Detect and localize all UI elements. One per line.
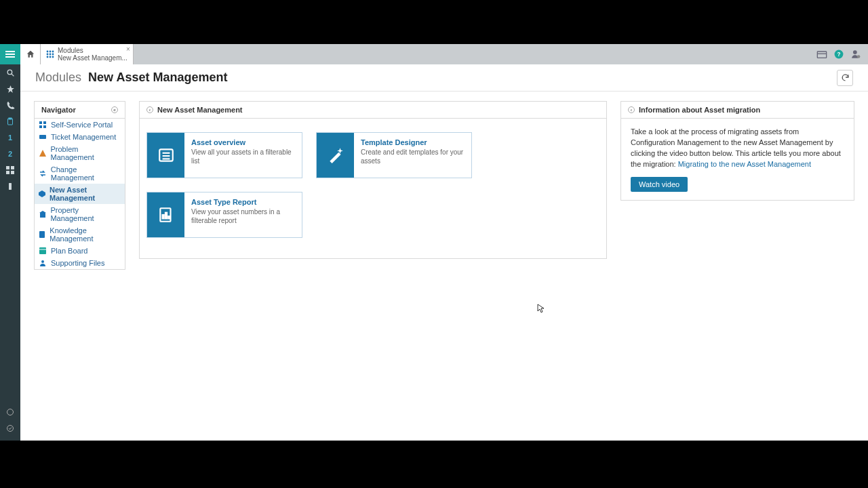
refresh-button[interactable] [837,70,853,86]
navigator-title: Navigator [41,106,76,114]
left-rail: 1 2 [0,44,20,441]
nav-item-change-management[interactable]: Change Management [35,163,125,184]
rail-bottom1-icon[interactable] [0,404,20,420]
svg-rect-48 [162,215,163,218]
nav-item-self-service-portal[interactable]: Self-Service Portal [35,119,125,131]
svg-rect-50 [168,216,170,218]
tab-modules[interactable]: Modules New Asset Managem... × [41,44,134,64]
svg-marker-5 [7,85,14,93]
chevron-icon[interactable]: ‹ [628,106,635,113]
svg-rect-8 [6,166,9,169]
svg-point-22 [50,56,52,58]
svg-line-4 [12,74,14,76]
svg-rect-31 [43,121,46,124]
svg-rect-12 [9,183,12,190]
breadcrumb: Modules New Asset Management [20,64,868,92]
rail-search-icon[interactable] [0,64,20,81]
info-panel-title: Information about Asset migration [639,106,760,114]
svg-rect-32 [39,125,42,128]
list-icon [147,133,184,178]
svg-point-19 [50,54,52,56]
svg-point-18 [47,54,49,56]
breadcrumb-parent[interactable]: Modules [35,70,81,85]
rail-num2-icon[interactable]: 2 [0,146,20,162]
migration-link[interactable]: Migrating to the new Asset Management [678,160,811,168]
asset-icon [39,190,45,198]
tab-line2: New Asset Managem... [58,54,127,62]
svg-rect-0 [5,51,15,52]
topbar-user-icon[interactable] [850,49,861,59]
nav-item-property-management[interactable]: Property Management [35,204,125,224]
svg-rect-24 [817,52,826,58]
svg-point-21 [47,56,49,58]
knowledge-icon [39,230,45,239]
svg-rect-10 [6,171,9,174]
nav-item-plan-board[interactable]: Plan Board [35,245,125,257]
chevron-icon[interactable]: ‹ [146,106,153,113]
grid-icon [39,121,47,129]
svg-rect-2 [5,56,15,58]
nav-item-label: Plan Board [51,247,87,255]
card-title: Template Designer [361,138,465,146]
svg-rect-34 [39,135,46,139]
svg-point-3 [7,70,12,75]
svg-rect-7 [9,118,12,119]
svg-point-42 [41,260,44,263]
card-asset-overview[interactable]: Asset overviewView all your assets in a … [146,132,302,178]
rail-bottom2-icon[interactable] [0,420,20,436]
home-button[interactable] [20,44,41,64]
card-asset-type-report[interactable]: Asset Type ReportView your asset numbers… [146,192,302,238]
svg-rect-30 [39,121,42,124]
nav-item-label: Problem Management [50,145,121,161]
svg-point-15 [47,51,49,53]
svg-marker-36 [39,190,45,197]
rail-apps-icon[interactable] [0,162,20,178]
svg-point-29 [857,55,861,58]
svg-point-17 [52,51,54,53]
tab-close-icon[interactable]: × [126,45,130,53]
nav-item-label: New Asset Management [50,186,121,202]
apps-icon [46,50,54,58]
svg-point-16 [50,51,52,53]
nav-item-label: Change Management [51,165,121,182]
nav-item-ticket-management[interactable]: Ticket Management [35,131,125,143]
rail-info-icon[interactable] [0,178,20,195]
navigator-list: Self-Service PortalTicket ManagementProb… [35,119,125,269]
files-icon [39,259,47,267]
rail-clipboard-icon[interactable] [0,113,20,129]
topbar-help-icon[interactable]: ? [834,49,844,59]
nav-item-new-asset-management[interactable]: New Asset Management [35,184,125,204]
topbar-card-icon[interactable] [816,49,827,59]
card-desc: View your asset numbers in a filterable … [191,207,295,225]
nav-item-supporting-files[interactable]: Supporting Files [35,257,125,269]
svg-marker-35 [39,150,46,157]
svg-rect-1 [5,54,15,55]
hamburger-button[interactable] [0,44,20,64]
svg-rect-40 [39,247,46,254]
svg-marker-38 [39,211,46,213]
nav-item-label: Property Management [50,206,121,222]
plan-icon [39,247,47,255]
card-template-designer[interactable]: Template DesignerCreate and edit templat… [316,132,472,178]
nav-item-label: Knowledge Management [50,226,121,243]
nav-item-knowledge-management[interactable]: Knowledge Management [35,224,125,245]
cards-container: Asset overviewView all your assets in a … [140,119,606,258]
svg-rect-11 [11,171,14,174]
card-title: Asset overview [191,138,295,146]
collapse-icon[interactable]: « [111,106,118,113]
nav-item-problem-management[interactable]: Problem Management [35,143,125,163]
svg-rect-37 [40,213,45,218]
change-icon [39,169,47,178]
watch-video-button[interactable]: Watch video [631,177,688,192]
svg-point-23 [52,56,54,58]
rail-num1-icon[interactable]: 1 [0,129,20,146]
svg-rect-39 [39,231,45,238]
svg-point-14 [7,426,14,432]
rail-call-icon[interactable] [0,97,20,113]
svg-rect-33 [43,125,46,128]
report-icon [147,192,184,237]
svg-point-13 [7,409,14,415]
topbar: Modules New Asset Managem... × ? [20,44,868,64]
rail-star-icon[interactable] [0,81,20,97]
nav-item-label: Ticket Management [51,133,116,141]
